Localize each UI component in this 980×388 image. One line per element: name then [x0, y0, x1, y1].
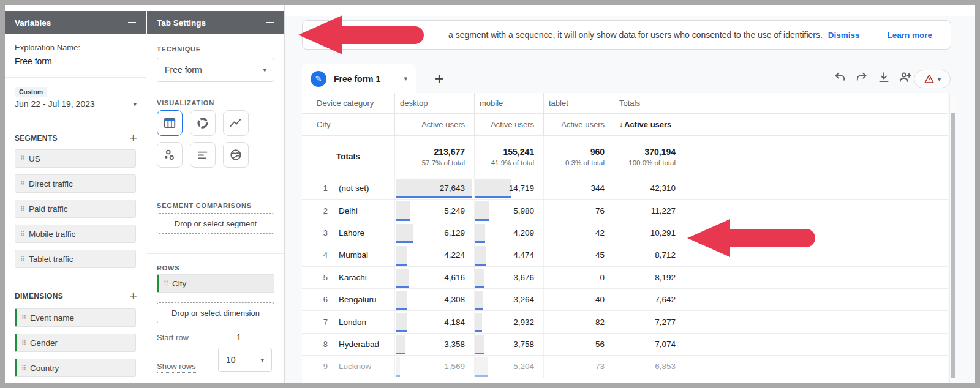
row-city: Lucknow [339, 362, 371, 371]
dimension-chip-label: Event name [30, 313, 74, 323]
cell-value: 42,310 [650, 184, 703, 193]
start-row-input[interactable]: 1 [211, 329, 266, 345]
minimize-icon[interactable] [266, 22, 274, 23]
dimension-chip[interactable]: ⠿Country [15, 359, 136, 377]
table-row[interactable]: 1(not set)27,64314,71934442,310 [302, 177, 948, 200]
table-row[interactable]: 7London4,1842,932827,277 [302, 311, 948, 333]
cell-value: 4,224 [444, 250, 474, 259]
metric-header[interactable]: Active users [544, 114, 614, 136]
exploration-name-value[interactable]: Free form [15, 56, 52, 66]
table-row[interactable]: 3Lahore6,1294,2094210,291 [302, 222, 948, 244]
add-segment-icon[interactable]: + [129, 132, 137, 144]
row-city: (not set) [339, 184, 369, 193]
viz-table-button[interactable] [157, 110, 183, 136]
dimension-chip[interactable]: ⠿Gender [15, 334, 136, 352]
cell-value: 6,129 [444, 228, 474, 237]
table-row[interactable]: 4Mumbai4,2244,474458,712 [302, 244, 948, 266]
cell-value: 7,074 [655, 340, 703, 349]
tab-settings-title: Tab Settings [157, 18, 206, 28]
dimension-drop-zone[interactable]: Drop or select dimension [157, 302, 274, 323]
geo-map-icon [229, 148, 243, 162]
undo-icon[interactable] [833, 71, 846, 84]
cell-value: 5,980 [513, 206, 543, 215]
cell-value: 56 [595, 340, 614, 349]
technique-select[interactable]: Free form ▾ [157, 58, 274, 82]
drag-handle-icon: ⠿ [21, 339, 25, 347]
table-scrollbar[interactable] [949, 93, 956, 383]
viz-scatter-button[interactable] [157, 142, 183, 168]
cell-value: 4,308 [444, 295, 474, 304]
table-row[interactable]: 6Bengaluru4,3083,264407,642 [302, 289, 948, 311]
row-city: Delhi [339, 206, 358, 215]
cell-value: 3,358 [444, 340, 474, 349]
segment-chip[interactable]: ⠿Direct traffic [15, 174, 136, 193]
segment-chip[interactable]: ⠿Paid traffic [15, 200, 136, 218]
data-quality-button[interactable]: ▾ [914, 70, 951, 88]
column-header-tablet[interactable]: tablet [544, 93, 614, 114]
download-icon[interactable] [877, 71, 891, 84]
sort-descending-icon: ↓ [619, 121, 623, 129]
cell-value: 7,277 [655, 318, 703, 327]
cell-value: 45 [595, 250, 614, 259]
chevron-down-icon: ▾ [133, 100, 137, 108]
table-row[interactable]: 8Hyderabad3,3583,758567,074 [302, 334, 948, 356]
date-range-selector[interactable]: Jun 22 - Jul 19, 2023 ▾ [15, 99, 137, 109]
row-rank: 2 [302, 206, 328, 215]
segment-chip[interactable]: ⠿US [15, 149, 136, 168]
viz-bar-button[interactable] [190, 142, 216, 168]
banner-message: a segment with a sequence, it will only … [448, 30, 823, 40]
edit-pencil-icon: ✎ [311, 71, 326, 87]
dimension-chip[interactable]: ⠿Event name [15, 308, 136, 327]
metric-header-sorted[interactable]: ↓ Active users [614, 114, 703, 136]
totals-cell: 370,194100.0% of total [614, 136, 703, 177]
table-row[interactable]: 2Delhi5,2495,9807611,227 [302, 200, 948, 222]
cell-value: 6,853 [655, 362, 703, 371]
cell-value: 40 [595, 295, 614, 304]
row-dimension-chip[interactable]: ⠿ City [157, 274, 274, 293]
cell-value: 0 [600, 273, 614, 282]
drag-handle-icon: ⠿ [20, 155, 24, 163]
column-header-totals[interactable]: Totals [614, 93, 703, 114]
segments-list: ⠿US⠿Direct traffic⠿Paid traffic⠿Mobile t… [5, 149, 146, 275]
viz-line-button[interactable] [223, 110, 249, 136]
row-header-city[interactable]: City [302, 114, 395, 136]
viz-geo-button[interactable] [223, 142, 249, 168]
line-chart-icon [229, 116, 243, 130]
redo-icon[interactable] [855, 71, 869, 84]
minimize-icon[interactable] [128, 22, 136, 23]
scrollbar-thumb[interactable] [951, 113, 956, 378]
add-dimension-icon[interactable]: + [129, 290, 137, 302]
cell-bar [475, 201, 489, 220]
chevron-down-icon: ▾ [938, 75, 941, 83]
column-header-mobile[interactable]: mobile [475, 93, 544, 114]
tab-free-form-1[interactable]: ✎ Free form 1 ▾ [302, 64, 416, 93]
table-row[interactable]: 9Lucknow1,5695,204736,853 [302, 356, 948, 378]
table-row[interactable]: 5Karachi4,6163,67608,192 [302, 267, 948, 289]
cell-bar [396, 246, 407, 265]
add-tab-button[interactable]: + [427, 66, 451, 91]
divider [5, 77, 146, 78]
segment-comparisons-label: SEGMENT COMPARISONS [157, 202, 252, 209]
metric-header[interactable]: Active users [475, 114, 544, 136]
chevron-down-icon: ▾ [263, 66, 266, 74]
metric-header[interactable]: Active users [395, 114, 475, 136]
learn-more-link[interactable]: Learn more [887, 31, 932, 40]
segment-drop-zone[interactable]: Drop or select segment [157, 213, 274, 234]
row-rank: 4 [302, 250, 328, 259]
tab-settings-panel-header: Tab Settings [147, 11, 284, 34]
totals-label: Totals [302, 136, 395, 177]
add-collaborator-icon[interactable] [899, 71, 912, 84]
cell-value: 73 [595, 362, 614, 371]
cell-value: 4,616 [444, 273, 474, 282]
row-rank: 7 [302, 318, 328, 327]
dismiss-button[interactable]: Dismiss [828, 31, 860, 40]
row-city: Bengaluru [339, 295, 377, 304]
donut-chart-icon [196, 116, 209, 130]
bar-chart-icon [196, 148, 209, 162]
segment-chip-label: Mobile traffic [29, 229, 75, 239]
column-header-desktop[interactable]: desktop [395, 93, 475, 114]
show-rows-select[interactable]: 10 ▾ [218, 348, 272, 372]
segment-chip[interactable]: ⠿Mobile traffic [15, 225, 136, 243]
viz-donut-button[interactable] [190, 110, 216, 136]
segment-chip[interactable]: ⠿Tablet traffic [15, 250, 136, 268]
